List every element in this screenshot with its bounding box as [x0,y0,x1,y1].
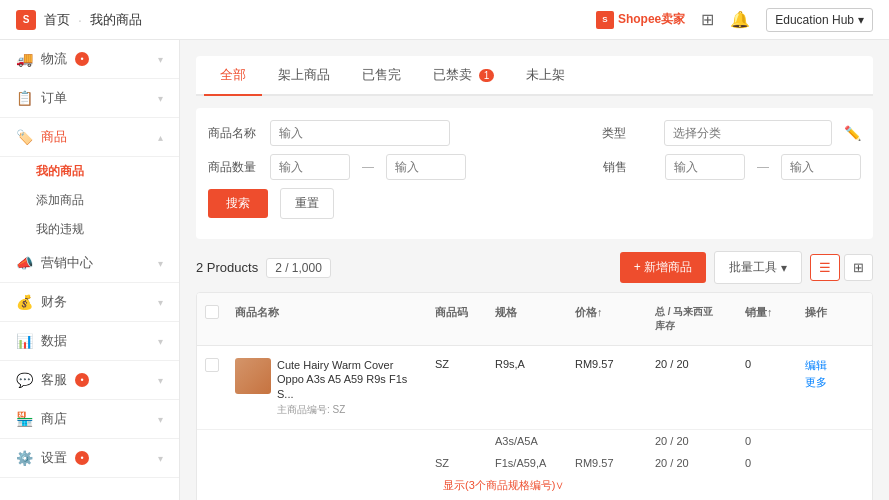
type-select[interactable] [664,120,832,146]
seller-center-button[interactable]: Education Hub ▾ [766,8,873,32]
settings-icon: ⚙️ [16,450,33,466]
seller-logo-icon: S [596,11,614,29]
product-1-more-link[interactable]: 更多 [805,375,869,390]
th-sku: 商品码 [427,301,487,337]
var3-sku: SZ [427,455,487,471]
sidebar-label-shop: 商店 [41,410,67,428]
sidebar-sub-add-product[interactable]: 添加商品 [0,186,179,215]
sidebar-item-marketing[interactable]: 📣 营销中心 ▾ [0,244,179,283]
shop-icon: 🏪 [16,411,33,427]
product-1-sku: SZ [427,354,487,374]
orders-icon: 📋 [16,90,33,106]
product-1-variation-2: A3s/A5A 20 / 20 0 [197,430,872,452]
quantity-min-input[interactable] [270,154,350,180]
add-product-button[interactable]: + 新增商品 [620,252,706,283]
table-toolbar: 2 Products 2 / 1,000 + 新增商品 批量工具 ▾ ☰ ⊞ [196,251,873,284]
th-stock: 总 / 马来西亚库存 [647,301,737,337]
show-more-row: 显示(3个商品规格编号)∨ [197,474,872,497]
th-variations: 规格 [487,301,567,337]
show-more-button[interactable]: 显示(3个商品规格编号)∨ [435,475,572,495]
list-view-button[interactable]: ☰ [810,254,840,281]
th-actions: 操作 [797,301,873,337]
customer-arrow: ▾ [158,375,163,386]
filter-row-1: 商品名称 类型 ✏️ [208,120,861,146]
sidebar-label-data: 数据 [41,332,67,350]
tab-not-listed[interactable]: 未上架 [510,56,581,96]
sidebar-item-orders[interactable]: 📋 订单 ▾ [0,79,179,118]
tab-sold-out[interactable]: 已售完 [346,56,417,96]
th-price: 价格↑ [567,301,647,337]
sidebar-label-finance: 财务 [41,293,67,311]
sales-dash: — [757,160,769,174]
grid-view-button[interactable]: ⊞ [844,254,873,281]
top-navigation: S 首页 · 我的商品 S Shopee卖家 ⊞ 🔔 Education Hub… [0,0,889,40]
tab-banned[interactable]: 已禁卖 1 [417,56,510,96]
finance-icon: 💰 [16,294,33,310]
breadcrumb-current: 我的商品 [90,11,142,29]
sidebar-item-customer[interactable]: 💬 客服 • ▾ [0,361,179,400]
var2-stock: 20 / 20 [647,433,737,449]
sidebar-item-data[interactable]: 📊 数据 ▾ [0,322,179,361]
sales-max-input[interactable] [781,154,861,180]
product-row-main-1: Cute Hairy Warm Cover Oppo A3s A5 A59 R9… [197,346,872,430]
quantity-dash: — [362,160,374,174]
shopee-seller-brand: Shopee卖家 [618,11,685,28]
header-checkbox[interactable] [205,305,219,319]
settings-badge: • [75,451,89,465]
reset-button[interactable]: 重置 [280,188,334,219]
toolbar-right: + 新增商品 批量工具 ▾ ☰ ⊞ [620,251,873,284]
tab-on-sale[interactable]: 架上商品 [262,56,346,96]
product-count-label: 2 Products [196,260,258,275]
breadcrumb-home[interactable]: 首页 [44,11,70,29]
sidebar-sub-my-violations[interactable]: 我的违规 [0,215,179,244]
products-arrow: ▴ [158,132,163,143]
settings-arrow: ▾ [158,453,163,464]
sales-label: 销售 [603,159,653,176]
var3-sales: 0 [737,455,797,471]
main-layout: 🚚 物流 • ▾ 📋 订单 ▾ 🏷️ 商品 ▴ 我的商品 添加商品 我的违规 [0,40,889,500]
logistics-badge: • [75,52,89,66]
product-1-checkbox[interactable] [205,358,219,372]
content-area: 全部 架上商品 已售完 已禁卖 1 未上架 商品名称 类型 ✏️ 商品数量 — [180,40,889,500]
sidebar-item-logistics[interactable]: 🚚 物流 • ▾ [0,40,179,79]
bulk-tool-label: 批量工具 [729,259,777,276]
product-1-edit-link[interactable]: 编辑 [805,359,827,371]
product-1-name: Cute Hairy Warm Cover Oppo A3s A5 A59 R9… [277,358,419,401]
sales-min-input[interactable] [665,154,745,180]
product-1-checkbox-cell [197,354,227,376]
product-tabs: 全部 架上商品 已售完 已禁卖 1 未上架 [196,56,873,96]
sidebar-item-shop[interactable]: 🏪 商店 ▾ [0,400,179,439]
th-name: 商品名称 [227,301,427,337]
products-table: 商品名称 商品码 规格 价格↑ 总 / 马来西亚库存 销量↑ 操作 C [196,292,873,500]
var2-spec: A3s/A5A [487,433,567,449]
product-1-variation-3: SZ F1s/A59,A RM9.57 20 / 20 0 [197,452,872,474]
shopee-seller-logo: S Shopee卖家 [596,11,685,29]
banned-badge: 1 [479,69,495,82]
bell-icon[interactable]: 🔔 [730,10,750,29]
nav-right: S Shopee卖家 ⊞ 🔔 Education Hub ▾ [596,8,873,32]
product-1-spec: R9s,A [487,354,567,374]
var2-sales: 0 [737,433,797,449]
shop-arrow: ▾ [158,414,163,425]
sidebar-label-customer: 客服 [41,371,67,389]
nav-left: S 首页 · 我的商品 [16,10,142,30]
sidebar-item-settings[interactable]: ⚙️ 设置 • ▾ [0,439,179,478]
sidebar-sub-my-products[interactable]: 我的商品 [0,157,179,186]
sidebar-label-products: 商品 [41,128,67,146]
product-row-1: Cute Hairy Warm Cover Oppo A3s A5 A59 R9… [197,346,872,497]
marketing-arrow: ▾ [158,258,163,269]
product-name-input[interactable] [270,120,450,146]
tab-all[interactable]: 全部 [204,56,262,96]
bulk-tool-button[interactable]: 批量工具 ▾ [714,251,802,284]
bulk-chevron-icon: ▾ [781,261,787,275]
data-icon: 📊 [16,333,33,349]
sidebar-item-products[interactable]: 🏷️ 商品 ▴ [0,118,179,157]
search-button[interactable]: 搜索 [208,189,268,218]
sidebar-item-finance[interactable]: 💰 财务 ▾ [0,283,179,322]
type-edit-icon[interactable]: ✏️ [844,125,861,141]
grid-icon[interactable]: ⊞ [701,10,714,29]
quantity-max-input[interactable] [386,154,466,180]
logistics-arrow: ▾ [158,54,163,65]
name-label: 商品名称 [208,125,258,142]
type-label: 类型 [602,125,652,142]
